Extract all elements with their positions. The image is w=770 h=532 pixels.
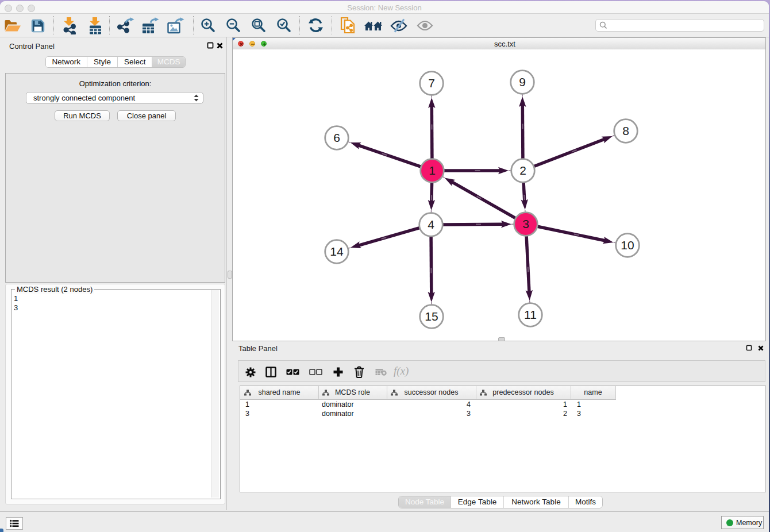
svg-text:2: 2 xyxy=(519,164,526,177)
svg-text:11: 11 xyxy=(524,308,537,321)
svg-text:15: 15 xyxy=(425,310,438,323)
svg-text:10: 10 xyxy=(621,238,634,252)
svg-text:1: 1 xyxy=(429,164,436,177)
svg-text:6: 6 xyxy=(333,131,340,144)
svg-text:9: 9 xyxy=(519,75,526,88)
svg-text:4: 4 xyxy=(428,218,434,231)
svg-text:14: 14 xyxy=(330,245,344,258)
svg-text:7: 7 xyxy=(428,76,435,90)
svg-text:8: 8 xyxy=(622,124,629,137)
svg-text:3: 3 xyxy=(522,217,529,230)
